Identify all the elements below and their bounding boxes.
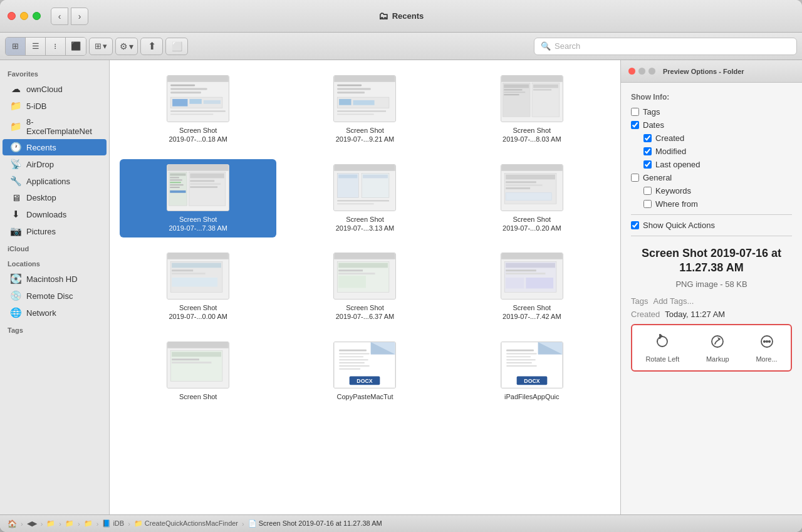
checkbox-last-opened[interactable]: Last opened <box>643 159 792 170</box>
breadcrumb-item-idb[interactable]: 📘 iDB <box>102 519 124 528</box>
view-grid-button[interactable]: ⊞ <box>6 38 26 55</box>
svg-rect-109 <box>506 362 532 363</box>
preview-max[interactable] <box>648 68 655 75</box>
checkbox-quick-actions-input[interactable] <box>631 221 639 229</box>
file-item-5[interactable]: Screen Shot2019-07-...3.13 AM <box>286 159 443 238</box>
view-list-button[interactable]: ☰ <box>26 38 46 55</box>
checkbox-last-opened-input[interactable] <box>643 160 652 169</box>
file-label-1: Screen Shot2019-07-...0.18 AM <box>169 126 227 144</box>
checkbox-keywords-label: Keywords <box>655 186 691 196</box>
forward-button[interactable]: › <box>71 8 88 25</box>
sidebar-item-pictures[interactable]: 📷 Pictures <box>3 223 107 239</box>
share-icon: ⬆ <box>148 40 156 52</box>
svg-rect-36 <box>170 179 182 180</box>
breadcrumb-item-folder[interactable]: 📁 CreateQuickActionsMacFinder <box>134 519 238 528</box>
title-text: Recents <box>392 11 424 21</box>
sidebar-label-desktop: Desktop <box>26 193 56 202</box>
preview-min[interactable] <box>638 68 645 75</box>
sidebar-label-recents: Recents <box>26 143 56 152</box>
sidebar-item-owncloud[interactable]: ☁ ownCloud <box>3 81 107 97</box>
sidebar-item-applications[interactable]: 🔧 Applications <box>3 173 107 189</box>
file-item-11[interactable]: DOCX CopyPasteMacTut <box>286 336 443 406</box>
checkbox-tags-input[interactable] <box>631 108 639 116</box>
checkbox-modified[interactable]: Modified <box>643 146 792 157</box>
checkbox-quick-actions-label: Show Quick Actions <box>643 221 715 230</box>
checkbox-dates-input[interactable] <box>631 121 639 129</box>
svg-rect-18 <box>353 100 375 105</box>
home-icon: 🏠 <box>8 519 17 528</box>
actions-button[interactable]: ⚙ ▾ <box>115 38 138 55</box>
more-button[interactable]: More... <box>751 331 782 365</box>
file-item-6[interactable]: Screen Shot2019-07-...0.20 AM <box>454 159 610 238</box>
svg-rect-17 <box>340 99 352 105</box>
sidebar-item-macintosh-hd[interactable]: 💽 Macintosh HD <box>3 271 107 287</box>
checkbox-keywords-input[interactable] <box>643 187 652 195</box>
file-item-3[interactable]: Screen Shot2019-07-...8.03 AM <box>454 70 610 149</box>
checkbox-created[interactable]: Created <box>643 133 792 143</box>
svg-rect-59 <box>506 184 542 186</box>
sidebar-item-network[interactable]: 🌐 Network <box>3 305 107 321</box>
file-item-4[interactable]: Screen Shot2019-07-...7.38 AM <box>120 159 276 238</box>
sidebar-item-recents[interactable]: 🕐 Recents <box>3 139 107 155</box>
back-button[interactable]: ‹ <box>51 8 68 25</box>
preview-add-tags[interactable]: Add Tags... <box>653 296 694 306</box>
checkbox-where-from-input[interactable] <box>643 200 652 208</box>
checkbox-tags[interactable]: Tags <box>631 107 792 117</box>
svg-rect-39 <box>170 187 180 188</box>
sidebar-item-desktop[interactable]: 🖥 Desktop <box>3 190 107 206</box>
checkbox-general[interactable]: General <box>631 172 792 183</box>
checkbox-created-input[interactable] <box>643 134 652 142</box>
search-bar[interactable]: 🔍 Search <box>534 38 797 55</box>
share-button[interactable]: ⬆ <box>140 38 163 55</box>
checkbox-keywords[interactable]: Keywords <box>643 185 792 196</box>
checkbox-show-quick-actions[interactable]: Show Quick Actions <box>631 220 792 231</box>
breadcrumb-item-1[interactable]: ◀▶ <box>27 519 37 528</box>
svg-rect-3 <box>170 88 207 90</box>
file-label-5: Screen Shot2019-07-...3.13 AM <box>336 215 395 233</box>
sidebar-item-remote-disc[interactable]: 💿 Remote Disc <box>3 288 107 304</box>
file-item-10[interactable]: Screen Shot <box>120 336 276 406</box>
folder-icon: 📁 <box>10 100 21 112</box>
preview-title-text: Preview Options - Folder <box>663 68 744 75</box>
checkbox-modified-input[interactable] <box>643 147 652 155</box>
sidebar-item-8excel[interactable]: 📁 8-ExcelTemplateNet <box>3 115 107 138</box>
file-item-7[interactable]: Screen Shot2019-07-...0.00 AM <box>120 248 276 326</box>
svg-rect-1 <box>167 76 228 82</box>
sidebar-item-5idb[interactable]: 📁 5-iDB <box>3 98 107 114</box>
svg-rect-89 <box>172 362 211 363</box>
folder-icon-2: 📁 <box>10 121 21 132</box>
view-gallery-button[interactable]: ⬛ <box>66 38 86 55</box>
quick-actions-panel: Rotate Left Markup <box>631 324 792 372</box>
rotate-left-button[interactable]: Rotate Left <box>640 331 684 365</box>
breadcrumb-sep-4: › <box>78 520 80 528</box>
file-item-2[interactable]: Screen Shot2019-07-...9.21 AM <box>286 70 443 149</box>
svg-rect-73 <box>339 269 363 271</box>
breadcrumb-item-3[interactable]: 📁 <box>65 519 74 528</box>
checkbox-where-from[interactable]: Where from <box>643 199 792 209</box>
close-button[interactable] <box>8 12 16 20</box>
preview-tags-row: Tags Add Tags... <box>631 296 792 306</box>
file-item-1[interactable]: Screen Shot2019-07-...0.18 AM <box>120 70 276 149</box>
file-label-10: Screen Shot <box>179 392 217 401</box>
maximize-button[interactable] <box>33 12 41 20</box>
sidebar-item-downloads[interactable]: ⬇ Downloads <box>3 206 107 222</box>
breadcrumb-item-4[interactable]: 📁 <box>84 519 93 528</box>
svg-rect-44 <box>190 183 221 185</box>
file-item-8[interactable]: Screen Shot2019-07-...6.37 AM <box>286 248 443 326</box>
file-label-4: Screen Shot2019-07-...7.38 AM <box>169 215 227 233</box>
minimize-button[interactable] <box>20 12 28 20</box>
markup-button[interactable]: Markup <box>701 331 734 365</box>
checkbox-dates[interactable]: Dates <box>631 120 792 130</box>
svg-rect-53 <box>338 203 374 204</box>
nav-buttons: ‹ › <box>51 8 88 25</box>
file-thumbnail-4 <box>167 164 229 211</box>
file-item-9[interactable]: Screen Shot2019-07-...7.42 AM <box>454 248 610 326</box>
tag-button[interactable]: ⬜ <box>165 38 188 55</box>
breadcrumb-item-2[interactable]: 📁 <box>46 519 55 528</box>
sidebar-item-airdrop[interactable]: 📡 AirDrop <box>3 156 107 172</box>
preview-close[interactable] <box>628 68 635 75</box>
view-dropdown[interactable]: ⊞ ▾ <box>89 38 113 55</box>
view-columns-button[interactable]: ⫶ <box>46 38 66 55</box>
file-item-12[interactable]: DOCX iPadFilesAppQuic <box>454 336 610 406</box>
checkbox-general-input[interactable] <box>631 174 639 182</box>
